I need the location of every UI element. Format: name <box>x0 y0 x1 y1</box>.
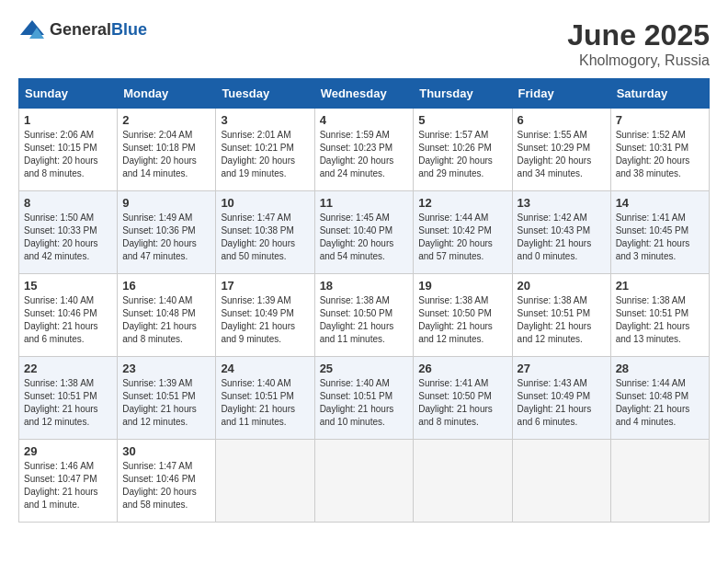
day-info: Sunrise: 1:47 AMSunset: 10:46 PMDaylight… <box>122 460 210 511</box>
title-area: June 2025 Kholmogory, Russia <box>567 18 710 69</box>
day-info: Sunrise: 1:39 AMSunset: 10:51 PMDaylight… <box>122 377 210 429</box>
calendar-day-cell: 20Sunrise: 1:38 AMSunset: 10:51 PMDaylig… <box>512 274 610 357</box>
calendar-week-row: 8Sunrise: 1:50 AMSunset: 10:33 PMDayligh… <box>19 191 710 274</box>
page-header: GeneralBlue June 2025 Kholmogory, Russia <box>18 18 710 69</box>
weekday-header: Friday <box>512 79 610 109</box>
day-info: Sunrise: 1:57 AMSunset: 10:26 PMDaylight… <box>418 129 506 180</box>
calendar-day-cell: 29Sunrise: 1:46 AMSunset: 10:47 PMDaylig… <box>19 440 118 523</box>
weekday-header: Monday <box>118 79 216 109</box>
day-number: 26 <box>418 362 506 375</box>
calendar-day-cell: 6Sunrise: 1:55 AMSunset: 10:29 PMDayligh… <box>512 109 610 191</box>
calendar-day-cell: 1Sunrise: 2:06 AMSunset: 10:15 PMDayligh… <box>19 109 118 191</box>
day-number: 2 <box>122 113 210 127</box>
logo: GeneralBlue <box>18 18 147 40</box>
day-info: Sunrise: 1:41 AMSunset: 10:45 PMDaylight… <box>616 212 704 263</box>
day-number: 8 <box>24 196 112 210</box>
calendar-day-cell <box>314 440 414 523</box>
calendar-day-cell <box>610 440 709 523</box>
day-info: Sunrise: 1:38 AMSunset: 10:51 PMDaylight… <box>518 294 606 346</box>
calendar-day-cell: 27Sunrise: 1:43 AMSunset: 10:49 PMDaylig… <box>512 357 610 440</box>
day-number: 18 <box>320 279 409 293</box>
calendar-day-cell: 2Sunrise: 2:04 AMSunset: 10:18 PMDayligh… <box>118 109 216 191</box>
calendar-day-cell: 23Sunrise: 1:39 AMSunset: 10:51 PMDaylig… <box>118 357 216 440</box>
day-number: 22 <box>24 362 112 375</box>
day-info: Sunrise: 1:46 AMSunset: 10:47 PMDaylight… <box>24 460 112 511</box>
calendar-week-row: 22Sunrise: 1:38 AMSunset: 10:51 PMDaylig… <box>19 357 710 440</box>
calendar-day-cell: 18Sunrise: 1:38 AMSunset: 10:50 PMDaylig… <box>314 274 414 357</box>
logo-icon <box>18 18 46 40</box>
day-info: Sunrise: 2:04 AMSunset: 10:18 PMDaylight… <box>122 129 210 180</box>
day-number: 6 <box>518 113 606 127</box>
day-number: 3 <box>221 113 309 127</box>
day-info: Sunrise: 1:52 AMSunset: 10:31 PMDaylight… <box>616 129 704 180</box>
calendar-header-row: SundayMondayTuesdayWednesdayThursdayFrid… <box>19 79 710 109</box>
day-info: Sunrise: 1:55 AMSunset: 10:29 PMDaylight… <box>518 129 606 180</box>
month-title: June 2025 <box>567 18 710 52</box>
day-info: Sunrise: 1:41 AMSunset: 10:50 PMDaylight… <box>418 377 506 429</box>
calendar-day-cell: 19Sunrise: 1:38 AMSunset: 10:50 PMDaylig… <box>414 274 512 357</box>
day-info: Sunrise: 2:01 AMSunset: 10:21 PMDaylight… <box>221 129 309 180</box>
calendar-day-cell: 8Sunrise: 1:50 AMSunset: 10:33 PMDayligh… <box>19 191 118 274</box>
calendar-day-cell: 24Sunrise: 1:40 AMSunset: 10:51 PMDaylig… <box>216 357 314 440</box>
weekday-header: Wednesday <box>314 79 414 109</box>
calendar-day-cell: 12Sunrise: 1:44 AMSunset: 10:42 PMDaylig… <box>414 191 512 274</box>
calendar-week-row: 29Sunrise: 1:46 AMSunset: 10:47 PMDaylig… <box>19 440 710 523</box>
calendar-day-cell <box>414 440 512 523</box>
calendar-day-cell: 28Sunrise: 1:44 AMSunset: 10:48 PMDaylig… <box>610 357 709 440</box>
calendar-day-cell <box>512 440 610 523</box>
day-number: 7 <box>616 113 704 127</box>
day-number: 17 <box>221 279 309 293</box>
day-number: 15 <box>24 279 112 293</box>
day-number: 30 <box>122 444 210 458</box>
day-info: Sunrise: 1:42 AMSunset: 10:43 PMDaylight… <box>518 212 606 263</box>
day-info: Sunrise: 1:47 AMSunset: 10:38 PMDaylight… <box>221 212 309 263</box>
day-info: Sunrise: 1:45 AMSunset: 10:40 PMDaylight… <box>320 212 409 263</box>
day-number: 11 <box>320 196 409 210</box>
day-number: 5 <box>418 113 506 127</box>
day-info: Sunrise: 1:40 AMSunset: 10:46 PMDaylight… <box>24 294 112 346</box>
calendar-table: SundayMondayTuesdayWednesdayThursdayFrid… <box>18 78 710 523</box>
logo-text-blue: Blue <box>111 20 147 39</box>
day-number: 16 <box>122 279 210 293</box>
weekday-header: Saturday <box>610 79 709 109</box>
calendar-day-cell: 11Sunrise: 1:45 AMSunset: 10:40 PMDaylig… <box>314 191 414 274</box>
day-info: Sunrise: 1:43 AMSunset: 10:49 PMDaylight… <box>518 377 606 429</box>
calendar-day-cell: 4Sunrise: 1:59 AMSunset: 10:23 PMDayligh… <box>314 109 414 191</box>
day-number: 23 <box>122 362 210 375</box>
calendar-week-row: 15Sunrise: 1:40 AMSunset: 10:46 PMDaylig… <box>19 274 710 357</box>
day-number: 14 <box>616 196 704 210</box>
calendar-day-cell: 16Sunrise: 1:40 AMSunset: 10:48 PMDaylig… <box>118 274 216 357</box>
calendar-day-cell: 26Sunrise: 1:41 AMSunset: 10:50 PMDaylig… <box>414 357 512 440</box>
day-number: 19 <box>418 279 506 293</box>
logo-text-general: General <box>50 20 111 39</box>
weekday-header: Tuesday <box>216 79 314 109</box>
day-info: Sunrise: 1:38 AMSunset: 10:50 PMDaylight… <box>418 294 506 346</box>
day-number: 12 <box>418 196 506 210</box>
day-number: 25 <box>320 362 409 375</box>
day-number: 24 <box>221 362 309 375</box>
day-info: Sunrise: 1:44 AMSunset: 10:42 PMDaylight… <box>418 212 506 263</box>
day-number: 28 <box>616 362 704 375</box>
calendar-day-cell: 7Sunrise: 1:52 AMSunset: 10:31 PMDayligh… <box>610 109 709 191</box>
day-number: 27 <box>518 362 606 375</box>
day-number: 20 <box>518 279 606 293</box>
calendar-week-row: 1Sunrise: 2:06 AMSunset: 10:15 PMDayligh… <box>19 109 710 191</box>
calendar-day-cell: 17Sunrise: 1:39 AMSunset: 10:49 PMDaylig… <box>216 274 314 357</box>
day-info: Sunrise: 1:50 AMSunset: 10:33 PMDaylight… <box>24 212 112 263</box>
location-title: Kholmogory, Russia <box>567 52 710 69</box>
calendar-day-cell: 22Sunrise: 1:38 AMSunset: 10:51 PMDaylig… <box>19 357 118 440</box>
day-info: Sunrise: 1:39 AMSunset: 10:49 PMDaylight… <box>221 294 309 346</box>
calendar-day-cell: 9Sunrise: 1:49 AMSunset: 10:36 PMDayligh… <box>118 191 216 274</box>
calendar-day-cell: 14Sunrise: 1:41 AMSunset: 10:45 PMDaylig… <box>610 191 709 274</box>
calendar-day-cell: 13Sunrise: 1:42 AMSunset: 10:43 PMDaylig… <box>512 191 610 274</box>
day-number: 13 <box>518 196 606 210</box>
day-info: Sunrise: 1:40 AMSunset: 10:51 PMDaylight… <box>221 377 309 429</box>
calendar-day-cell <box>216 440 314 523</box>
calendar-day-cell: 21Sunrise: 1:38 AMSunset: 10:51 PMDaylig… <box>610 274 709 357</box>
calendar-day-cell: 10Sunrise: 1:47 AMSunset: 10:38 PMDaylig… <box>216 191 314 274</box>
day-number: 10 <box>221 196 309 210</box>
calendar-day-cell: 5Sunrise: 1:57 AMSunset: 10:26 PMDayligh… <box>414 109 512 191</box>
svg-marker-0 <box>20 20 44 35</box>
day-info: Sunrise: 1:38 AMSunset: 10:51 PMDaylight… <box>616 294 704 346</box>
day-info: Sunrise: 1:38 AMSunset: 10:51 PMDaylight… <box>24 377 112 429</box>
